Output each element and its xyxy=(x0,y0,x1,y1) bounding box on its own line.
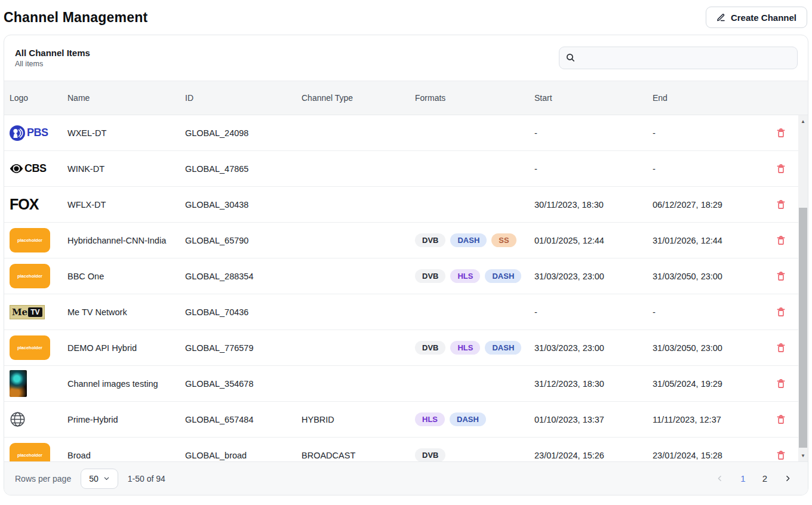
channel-logo-cell: placeholder xyxy=(10,335,67,360)
format-badge-dash: DASH xyxy=(450,412,486,426)
create-channel-label: Create Channel xyxy=(731,13,796,23)
channel-id: GLOBAL_70436 xyxy=(185,307,302,317)
column-header-logo: Logo xyxy=(10,93,67,103)
trash-icon xyxy=(776,163,786,174)
format-badge-dash: DASH xyxy=(485,269,521,283)
table-row[interactable]: MeTV Me TV Network GLOBAL_70436 - - xyxy=(4,294,798,330)
channel-logo-cell: PBS xyxy=(10,125,67,141)
channel-type: BROADCAST xyxy=(302,451,415,460)
channel-end-date: 06/12/2027, 18:29 xyxy=(653,200,764,210)
channel-formats: DVB xyxy=(415,448,534,461)
placeholder-logo: placeholder xyxy=(10,335,50,360)
delete-channel-button[interactable] xyxy=(773,268,789,284)
delete-channel-button[interactable] xyxy=(773,161,789,177)
placeholder-logo-label: placeholder xyxy=(17,452,42,458)
channel-id: GLOBAL_24098 xyxy=(185,128,302,138)
channel-end-date: - xyxy=(653,164,764,174)
delete-channel-button[interactable] xyxy=(773,232,789,248)
column-header-name: Name xyxy=(67,93,185,103)
delete-channel-button[interactable] xyxy=(773,304,789,320)
trash-icon xyxy=(776,449,786,461)
top-bar: Channel Management Create Channel xyxy=(0,0,812,35)
placeholder-logo-label: placeholder xyxy=(17,345,42,350)
channel-name: Channel images testing xyxy=(67,379,185,389)
pbs-logo: PBS xyxy=(10,125,48,141)
channel-name: WXEL-DT xyxy=(67,128,185,138)
table-row[interactable]: FOX WFLX-DT GLOBAL_30438 30/11/2023, 18:… xyxy=(4,187,798,223)
channel-end-date: 31/03/2050, 23:00 xyxy=(653,272,764,281)
table-row[interactable]: placeholder DEMO API Hybrid GLOBAL_77657… xyxy=(4,330,798,366)
channel-end-date: - xyxy=(653,307,764,317)
channel-end-date: 11/11/2023, 12:37 xyxy=(653,415,764,424)
channel-id: GLOBAL_288354 xyxy=(185,272,302,281)
vertical-scrollbar[interactable]: ▲ ▼ xyxy=(798,115,808,461)
delete-channel-button[interactable] xyxy=(773,411,789,427)
channel-end-date: 31/05/2024, 19:29 xyxy=(653,379,764,389)
table-header-row: Logo Name ID Channel Type Formats Start … xyxy=(4,81,808,115)
table-row[interactable]: placeholder Broad GLOBAL_broad BROADCAST… xyxy=(4,438,798,461)
search-box xyxy=(559,47,798,69)
search-input[interactable] xyxy=(559,47,798,69)
column-header-formats: Formats xyxy=(415,93,534,103)
trash-icon xyxy=(776,127,786,138)
delete-channel-button[interactable] xyxy=(773,447,789,461)
channel-formats: DVBDASHSS xyxy=(415,233,534,247)
column-header-type: Channel Type xyxy=(302,93,415,103)
scroll-up-icon[interactable]: ▲ xyxy=(798,116,808,126)
channel-formats: HLSDASH xyxy=(415,412,534,426)
chevron-right-icon xyxy=(784,475,792,482)
chevron-down-icon xyxy=(103,475,110,482)
previous-page-button[interactable] xyxy=(710,472,729,485)
table-row[interactable]: Channel images testing GLOBAL_354678 31/… xyxy=(4,366,798,402)
panel-title: All Channel Items xyxy=(15,48,90,58)
channel-start-date: - xyxy=(534,128,653,138)
channel-start-date: - xyxy=(534,164,653,174)
rows-per-page-select[interactable]: 50 xyxy=(81,469,118,489)
channel-name: DEMO API Hybrid xyxy=(67,343,185,353)
channel-id: GLOBAL_broad xyxy=(185,451,302,460)
rows-per-page-value: 50 xyxy=(89,474,99,484)
scrollbar-thumb[interactable] xyxy=(799,208,807,448)
channel-name: Broad xyxy=(67,451,185,460)
channel-id: GLOBAL_30438 xyxy=(185,200,302,210)
trash-icon xyxy=(776,378,786,389)
channel-formats: DVBHLSDASH xyxy=(415,341,534,355)
trash-icon xyxy=(776,306,786,318)
channel-start-date: 01/10/2023, 13:37 xyxy=(534,415,653,424)
table-row[interactable]: placeholder BBC One GLOBAL_288354 DVBHLS… xyxy=(4,258,798,294)
create-channel-button[interactable]: Create Channel xyxy=(706,7,807,28)
format-badge-hls: HLS xyxy=(450,341,480,355)
table-row[interactable]: Prime-Hybrid GLOBAL_657484 HYBRID HLSDAS… xyxy=(4,402,798,438)
cbs-logo: CBS xyxy=(10,162,47,175)
table-row[interactable]: CBS WINK-DT GLOBAL_47865 - - xyxy=(4,151,798,187)
delete-channel-button[interactable] xyxy=(773,196,789,213)
format-badge-dvb: DVB xyxy=(415,233,445,247)
channel-logo-cell: placeholder xyxy=(10,228,67,252)
table-row[interactable]: placeholder Hybridchannel-CNN-India GLOB… xyxy=(4,223,798,258)
table-row[interactable]: PBS WXEL-DT GLOBAL_24098 - - xyxy=(4,115,798,151)
channel-end-date: 31/03/2050, 23:00 xyxy=(653,343,764,353)
delete-channel-button[interactable] xyxy=(773,125,789,141)
table-body: PBS WXEL-DT GLOBAL_24098 - - xyxy=(4,115,808,461)
channel-id: GLOBAL_47865 xyxy=(185,164,302,174)
page-number-button-1[interactable]: 1 xyxy=(735,471,751,486)
delete-channel-button[interactable] xyxy=(773,375,789,392)
channel-list-card: All Channel Items All items Logo Name ID… xyxy=(4,35,808,495)
trash-icon xyxy=(776,342,786,353)
channel-logo-cell: placeholder xyxy=(10,443,67,461)
panel-header: All Channel Items All items xyxy=(4,35,808,81)
channel-logo-cell: FOX xyxy=(10,196,67,213)
globe-logo xyxy=(10,411,26,427)
channel-id: GLOBAL_776579 xyxy=(185,343,302,353)
channel-start-date: 31/12/2023, 18:30 xyxy=(534,379,653,389)
delete-channel-button[interactable] xyxy=(773,340,789,356)
channel-id: GLOBAL_657484 xyxy=(185,415,302,424)
channel-logo-cell: CBS xyxy=(10,162,67,175)
panel-subtitle: All items xyxy=(15,60,90,68)
channel-start-date: 31/03/2023, 23:00 xyxy=(534,272,653,281)
page-number-button-2[interactable]: 2 xyxy=(757,471,773,486)
next-page-button[interactable] xyxy=(779,472,797,485)
format-badge-dvb: DVB xyxy=(415,269,445,283)
scroll-down-icon[interactable]: ▼ xyxy=(798,451,808,460)
channel-end-date: 23/01/2024, 15:28 xyxy=(653,451,764,460)
